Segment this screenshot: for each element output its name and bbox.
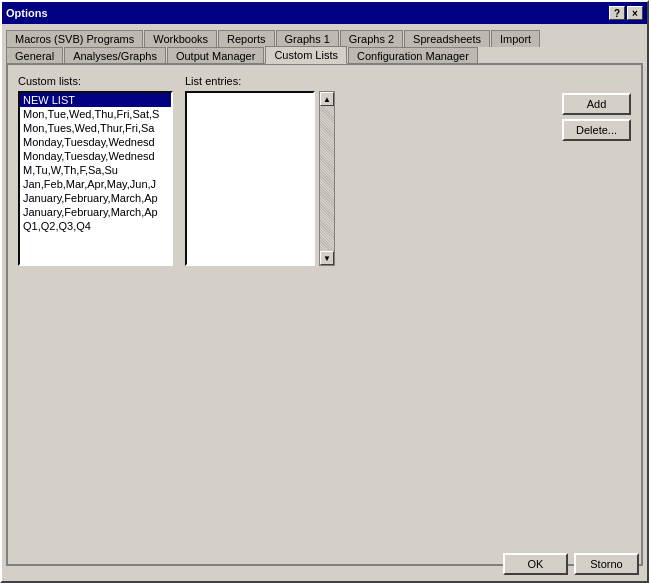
custom-lists-label: Custom lists: (18, 75, 173, 87)
list-entries-textarea[interactable] (185, 91, 315, 266)
tab-import[interactable]: Import (491, 30, 540, 47)
list-item[interactable]: Jan,Feb,Mar,Apr,May,Jun,J (20, 177, 171, 191)
close-button[interactable]: × (627, 6, 643, 20)
cancel-button[interactable]: Storno (574, 553, 639, 575)
add-button[interactable]: Add (562, 93, 631, 115)
window-title: Options (6, 7, 48, 19)
tabs-row1: Macros (SVB) Programs Workbooks Reports … (2, 24, 647, 45)
tab-reports[interactable]: Reports (218, 30, 275, 47)
list-item[interactable]: January,February,March,Ap (20, 191, 171, 205)
list-item[interactable]: Mon,Tue,Wed,Thu,Fri,Sat,S (20, 107, 171, 121)
tab-workbooks[interactable]: Workbooks (144, 30, 217, 47)
action-buttons: Add Delete... (562, 93, 631, 141)
list-entries-scrollbar[interactable]: ▲ ▼ (319, 91, 335, 266)
title-bar: Options ? × (2, 2, 647, 24)
content-area: Custom lists: NEW LIST Mon,Tue,Wed,Thu,F… (6, 63, 643, 566)
scroll-down-arrow[interactable]: ▼ (320, 251, 334, 265)
tab-custom-lists[interactable]: Custom Lists (265, 46, 347, 64)
options-window: Options ? × Macros (SVB) Programs Workbo… (0, 0, 649, 583)
tab-graphs1[interactable]: Graphs 1 (276, 30, 339, 47)
list-item[interactable]: Monday,Tuesday,Wednesd (20, 135, 171, 149)
custom-lists-column: Custom lists: NEW LIST Mon,Tue,Wed,Thu,F… (18, 75, 173, 266)
list-item[interactable]: January,February,March,Ap (20, 205, 171, 219)
list-item[interactable]: Monday,Tuesday,Wednesd (20, 149, 171, 163)
scroll-up-arrow[interactable]: ▲ (320, 92, 334, 106)
list-item[interactable]: NEW LIST (20, 93, 171, 107)
tab-graphs2[interactable]: Graphs 2 (340, 30, 403, 47)
scroll-track (320, 106, 334, 251)
help-button[interactable]: ? (609, 6, 625, 20)
tabs-row2: General Analyses/Graphs Output Manager C… (2, 45, 647, 63)
title-bar-buttons: ? × (609, 6, 643, 20)
list-item[interactable]: M,Tu,W,Th,F,Sa,Su (20, 163, 171, 177)
list-item[interactable]: Q1,Q2,Q3,Q4 (20, 219, 171, 233)
list-entries-column: List entries: ▲ ▼ (185, 75, 550, 266)
entries-area: ▲ ▼ (185, 91, 550, 266)
delete-button[interactable]: Delete... (562, 119, 631, 141)
list-entries-label: List entries: (185, 75, 550, 87)
tab-spreadsheets[interactable]: Spreadsheets (404, 30, 490, 47)
bottom-bar: OK Storno (503, 553, 639, 575)
main-columns: Custom lists: NEW LIST Mon,Tue,Wed,Thu,F… (18, 75, 631, 266)
tab-macros[interactable]: Macros (SVB) Programs (6, 30, 143, 47)
ok-button[interactable]: OK (503, 553, 568, 575)
custom-lists-listbox[interactable]: NEW LIST Mon,Tue,Wed,Thu,Fri,Sat,S Mon,T… (18, 91, 173, 266)
list-item[interactable]: Mon,Tues,Wed,Thur,Fri,Sa (20, 121, 171, 135)
